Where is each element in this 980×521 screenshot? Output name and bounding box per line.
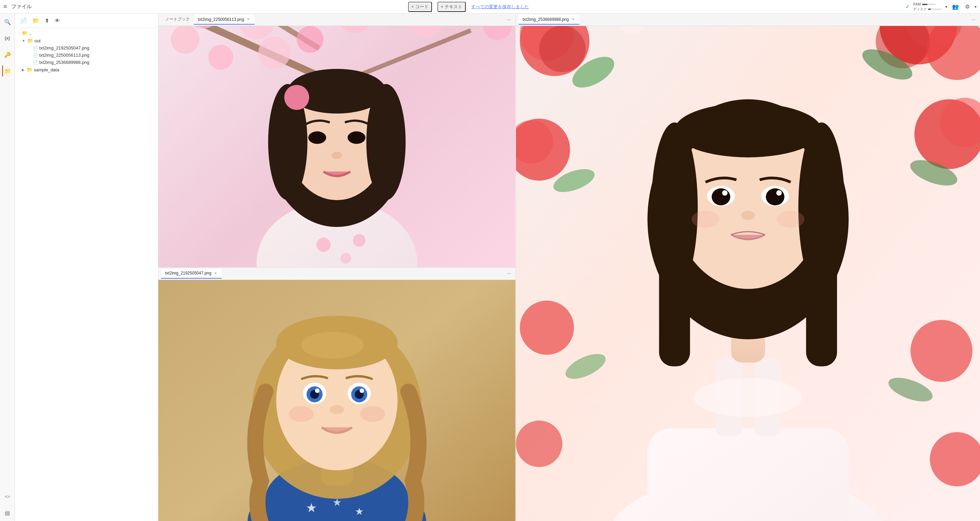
img-cherry-container bbox=[158, 26, 515, 267]
left-top-panel-content bbox=[158, 26, 515, 267]
folder-icon: 📁 bbox=[22, 30, 28, 36]
disk-bar-row: ディスク bbox=[913, 7, 942, 11]
svg-point-52 bbox=[329, 405, 344, 414]
right-panel-content bbox=[516, 26, 980, 521]
nav-search-icon[interactable]: 🔍 bbox=[2, 16, 13, 27]
tab-img2192-close[interactable]: ✕ bbox=[213, 271, 218, 276]
svg-point-26 bbox=[284, 85, 309, 110]
right-panel: txt2img_2536689988.png ✕ ··· bbox=[516, 14, 980, 521]
svg-point-27 bbox=[309, 131, 326, 144]
svg-point-73 bbox=[520, 300, 574, 355]
svg-point-29 bbox=[332, 152, 342, 159]
topbar-center: + コード + テキスト すべての変更を保存しました bbox=[37, 2, 900, 12]
svg-point-96 bbox=[722, 190, 727, 196]
svg-point-53 bbox=[289, 406, 313, 422]
svg-point-14 bbox=[171, 26, 200, 54]
tree-item-out-label: out bbox=[35, 38, 41, 43]
tree-item-sample[interactable]: ▶ 📁 sample_data bbox=[15, 66, 158, 73]
tree-item-file1[interactable]: 📄 txt2img_2192505047.png bbox=[15, 45, 158, 51]
left-bottom-pane: txt2img_2192505047.png ✕ ··· bbox=[158, 268, 515, 521]
add-text-button[interactable]: + テキスト bbox=[438, 2, 466, 12]
svg-point-16 bbox=[258, 37, 290, 69]
menu-icon[interactable]: ≡ bbox=[3, 3, 7, 10]
ram-bar-row: RAM bbox=[913, 2, 942, 6]
ram-bar-fill bbox=[922, 4, 928, 5]
svg-point-97 bbox=[776, 190, 782, 196]
file-tree-container: 📁 .. ▼ 📁 out 📄 txt2img_2192505047.png 📄 … bbox=[15, 28, 158, 521]
svg-point-43 bbox=[301, 331, 364, 358]
upload-icon[interactable]: ⬆ bbox=[44, 16, 50, 25]
svg-point-83 bbox=[694, 378, 802, 416]
right-tab-bar: txt2img_2536689988.png ✕ ··· bbox=[516, 14, 980, 26]
tab-img2192-label: txt2img_2192505047.png bbox=[165, 271, 211, 276]
tree-item-sample-label: sample_data bbox=[34, 67, 59, 72]
nav-code-icon[interactable]: <> bbox=[2, 491, 13, 502]
ram-disk-widget: RAM ディスク bbox=[913, 2, 942, 11]
main: 🔍 {x} 🔑 📁 <> ▤ 📄 📁 ⬆ 👁 📁 .. ▼ 📁 o bbox=[0, 14, 980, 521]
tree-item-file3[interactable]: 📄 txt2img_2536689988.png bbox=[15, 59, 158, 66]
tab-img2250[interactable]: txt2img_2250056113.png ✕ bbox=[194, 15, 255, 25]
ram-dropdown-arrow[interactable]: ▾ bbox=[945, 5, 947, 9]
topbar: ≡ ファイル + コード + テキスト すべての変更を保存しました ✓ RAM … bbox=[0, 0, 980, 14]
tab-img2536-close[interactable]: ✕ bbox=[571, 17, 575, 22]
svg-rect-90 bbox=[659, 250, 690, 366]
svg-point-54 bbox=[360, 406, 385, 422]
svg-point-100 bbox=[776, 211, 805, 228]
folder-icon-sample: 📁 bbox=[27, 67, 32, 72]
disk-bar-bg bbox=[928, 8, 942, 10]
svg-point-51 bbox=[360, 388, 364, 393]
nav-key-icon[interactable]: 🔑 bbox=[2, 49, 13, 60]
img-floral-portrait bbox=[516, 26, 980, 521]
left-bottom-panel-content: ★ ★ ★ bbox=[158, 280, 515, 521]
file-icon-2: 📄 bbox=[33, 53, 38, 58]
chevron-right-icon: ▶ bbox=[22, 68, 25, 72]
tree-item-file2[interactable]: 📄 txt2img_2250056113.png bbox=[15, 51, 158, 59]
svg-rect-80 bbox=[647, 428, 849, 521]
nav-terminal-icon[interactable]: ▤ bbox=[2, 507, 13, 518]
ram-label: RAM bbox=[913, 2, 921, 6]
new-file-icon[interactable]: 📄 bbox=[19, 16, 28, 25]
right-tab-more[interactable]: ··· bbox=[970, 15, 977, 24]
svg-point-58 bbox=[539, 26, 585, 72]
tab-img2250-close[interactable]: ✕ bbox=[246, 17, 250, 22]
svg-point-50 bbox=[315, 388, 320, 393]
svg-point-30 bbox=[316, 237, 331, 252]
tab-notebook[interactable]: ノートブック bbox=[161, 14, 194, 25]
left-bottom-tab-more[interactable]: ··· bbox=[505, 269, 512, 278]
svg-rect-91 bbox=[806, 250, 837, 366]
tree-item-parent[interactable]: 📁 .. bbox=[15, 29, 158, 37]
svg-point-95 bbox=[766, 188, 784, 206]
main-dropdown-arrow[interactable]: ▾ bbox=[975, 5, 977, 9]
img-cherry-blossom bbox=[158, 26, 515, 267]
folder-icon-out: 📁 bbox=[27, 38, 33, 43]
disk-label: ディスク bbox=[913, 7, 927, 11]
img-child-portrait: ★ ★ ★ bbox=[158, 280, 515, 521]
tree-item-file3-label: txt2img_2536689988.png bbox=[39, 60, 89, 65]
svg-point-17 bbox=[297, 26, 323, 53]
app-title: ファイル bbox=[11, 3, 32, 10]
left-top-tab-more[interactable]: ··· bbox=[505, 15, 512, 24]
hide-icon[interactable]: 👁 bbox=[54, 17, 61, 25]
new-folder-icon[interactable]: 📁 bbox=[32, 16, 40, 25]
save-status-link[interactable]: すべての変更を保存しました bbox=[471, 4, 529, 10]
file-icon-1: 📄 bbox=[33, 46, 38, 51]
left-top-pane: ノートブック txt2img_2250056113.png ✕ ··· bbox=[158, 14, 515, 268]
ram-disk-bars: RAM ディスク bbox=[913, 2, 942, 11]
users-icon[interactable]: 👥 bbox=[951, 2, 960, 11]
tree-item-parent-label: .. bbox=[29, 31, 32, 36]
nav-folder-icon[interactable]: 📁 bbox=[2, 65, 13, 76]
file-sidebar: 📄 📁 ⬆ 👁 📁 .. ▼ 📁 out 📄 txt2img_219250504… bbox=[15, 14, 158, 521]
add-code-button[interactable]: + コード bbox=[408, 2, 432, 12]
tree-item-out[interactable]: ▼ 📁 out bbox=[15, 37, 158, 45]
svg-point-94 bbox=[711, 188, 730, 206]
settings-icon[interactable]: ⚙ bbox=[964, 2, 971, 11]
tab-img2536[interactable]: txt2img_2536689988.png ✕ bbox=[519, 15, 579, 25]
ram-bar-bg bbox=[922, 4, 935, 5]
tab-img2250-label: txt2img_2250056113.png bbox=[198, 17, 244, 22]
svg-point-28 bbox=[348, 131, 366, 144]
tab-img2192[interactable]: txt2img_2192505047.png ✕ bbox=[161, 269, 222, 279]
sidebar-nav: 🔍 {x} 🔑 📁 <> ▤ bbox=[0, 14, 15, 521]
left-bottom-tab-bar: txt2img_2192505047.png ✕ ··· bbox=[158, 268, 515, 280]
file-tree: 📁 .. ▼ 📁 out 📄 txt2img_2192505047.png 📄 … bbox=[15, 29, 158, 73]
nav-variable-icon[interactable]: {x} bbox=[2, 33, 13, 44]
